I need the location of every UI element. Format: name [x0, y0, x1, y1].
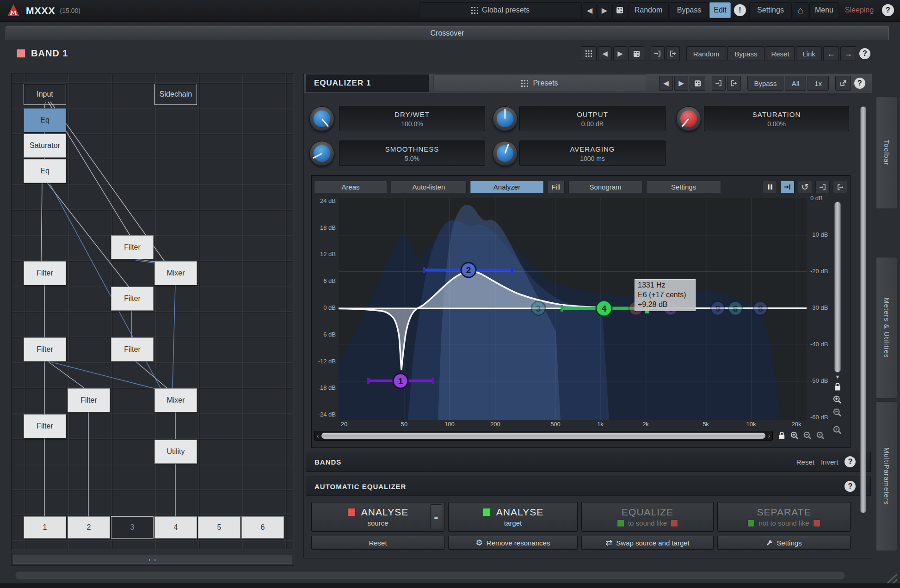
tab-auto-listen[interactable]: Auto-listen [391, 181, 467, 193]
bands-help-button[interactable]: ? [845, 456, 856, 467]
matrix-node-filter[interactable]: Filter [24, 414, 66, 438]
analyse-source-menu-button[interactable]: ≡ [430, 504, 442, 529]
matrix-output-2[interactable]: 2 [68, 516, 110, 539]
averaging-knob[interactable] [493, 141, 518, 166]
saturation-display[interactable]: SATURATION 0.00% [704, 106, 849, 131]
bypass-button[interactable]: Bypass [670, 2, 709, 18]
matrix-node-saturator[interactable]: Saturator [24, 134, 66, 158]
matrix-output-1[interactable]: 1 [24, 516, 66, 539]
vlock-button[interactable] [833, 382, 842, 392]
analyse-target-button[interactable]: ANALYSE target [448, 502, 578, 532]
band2-marker[interactable]: 2 [461, 263, 476, 277]
band-color-swatch[interactable] [17, 49, 25, 58]
analyse-source-button[interactable]: ANALYSE source ≡ [311, 502, 444, 532]
matrix-output-3[interactable]: 3 [111, 516, 154, 539]
preset-next-button[interactable]: ▶ [598, 2, 611, 18]
band-random-button[interactable]: Random [686, 46, 726, 61]
band-next-button[interactable]: ▶ [613, 46, 627, 61]
band3-marker[interactable]: 3 [531, 301, 545, 315]
band-presets-button[interactable] [581, 46, 597, 61]
eq-all-button[interactable]: All [785, 76, 806, 91]
eq-import-button[interactable] [712, 76, 726, 91]
scroll-right-icon[interactable]: › [766, 431, 772, 440]
plot-vscrollbar[interactable] [834, 202, 841, 373]
matrix-node-filter[interactable]: Filter [111, 287, 154, 311]
smoothness-knob[interactable] [309, 141, 334, 166]
band-back-button[interactable]: ← [823, 46, 839, 61]
eq-dice-button[interactable] [690, 76, 705, 91]
equalizer-title[interactable]: EQUALIZER 1 [306, 74, 429, 92]
matrix-node-filter[interactable]: Filter [68, 388, 110, 412]
auto-eq-section-header[interactable]: AUTOMATIC EQUALIZER ? ▴▾ [306, 477, 871, 496]
eq-popout-button[interactable] [835, 76, 851, 91]
vzoom-reset-button[interactable] [832, 425, 842, 435]
plot-hscroll-handle[interactable] [321, 433, 765, 439]
sidebar-tab-meters-utilities[interactable]: Meters & Utilities [876, 257, 897, 398]
hzoom-in-button[interactable] [790, 431, 799, 440]
matrix-node-mixer[interactable]: Mixer [154, 261, 197, 285]
eq-export-button[interactable] [727, 76, 741, 91]
matrix-output-6[interactable]: 6 [241, 516, 284, 539]
averaging-display[interactable]: AVERAGING 1000 ms [519, 141, 666, 166]
matrix-node-filter[interactable]: Filter [24, 261, 66, 285]
randomize-dice-button[interactable] [612, 2, 627, 18]
pause-button[interactable] [763, 181, 777, 193]
tab-analyzer[interactable]: Analyzer [470, 181, 543, 193]
edit-button[interactable]: Edit [709, 2, 731, 18]
window-hscroll-handle[interactable] [16, 572, 845, 579]
auto-eq-help-button[interactable]: ? [845, 481, 856, 492]
swap-source-target-button[interactable]: ⇄ Swap source and target [581, 536, 714, 550]
global-presets-button[interactable]: Global presets [419, 2, 582, 18]
sidebar-tab-toolbar[interactable]: Toolbar [876, 96, 897, 209]
bands-reset-button[interactable]: Reset [796, 458, 814, 466]
reset-view-button[interactable]: ↺ [798, 181, 812, 193]
random-button[interactable]: Random [628, 2, 669, 18]
eq-scale-button[interactable]: 1x [808, 76, 829, 91]
matrix-output-5[interactable]: 5 [198, 516, 240, 539]
band-link-button[interactable]: Link [796, 46, 822, 61]
scroll-down-icon[interactable]: ▼ [833, 374, 842, 380]
band-reset-button[interactable]: Reset [766, 46, 795, 61]
matrix-node-eq2[interactable]: Eq [24, 159, 66, 183]
drywet-knob[interactable] [309, 106, 334, 131]
band-bypass-button[interactable]: Bypass [727, 46, 764, 61]
window-hscrollbar[interactable] [14, 570, 846, 581]
band-import-button[interactable] [651, 46, 665, 61]
bands-invert-button[interactable]: Invert [821, 458, 838, 466]
band-help-button[interactable]: ? [857, 46, 872, 61]
menu-button[interactable]: Menu [809, 2, 839, 18]
alert-button[interactable]: ! [732, 2, 748, 18]
band-export-button[interactable] [666, 46, 680, 61]
tab-sonogram[interactable]: Sonogram [568, 181, 642, 193]
matrix-output-4[interactable]: 4 [154, 516, 197, 539]
settings-button[interactable]: Settings [749, 2, 792, 18]
matrix-node-filter[interactable]: Filter [111, 235, 154, 259]
output-knob[interactable] [493, 106, 518, 131]
plot-hscrollbar[interactable]: ‹ › [314, 431, 773, 441]
help-button[interactable]: ? [880, 2, 896, 18]
sleeping-indicator[interactable]: Sleeping [840, 2, 879, 18]
normalize-button[interactable] [780, 181, 795, 193]
output-display[interactable]: OUTPUT 0.00 dB [519, 106, 666, 131]
eq-help-button[interactable]: ? [852, 76, 867, 91]
hzoom-reset-button[interactable] [816, 431, 825, 440]
equalizer-presets-button[interactable]: Presets [433, 74, 646, 92]
hlock-button[interactable] [778, 431, 786, 440]
home-button[interactable]: ⌂ [793, 2, 808, 18]
band-dice-button[interactable] [629, 46, 644, 61]
band4-marker[interactable]: 4 [596, 300, 612, 316]
bands-section-header[interactable]: BANDS Reset Invert ? ▴▾ [306, 452, 871, 472]
band-forward-button[interactable]: → [840, 46, 856, 61]
matrix-node-filter[interactable]: Filter [24, 337, 66, 361]
matrix-node-filter[interactable]: Filter [111, 337, 154, 361]
band-prev-button[interactable]: ◀ [598, 46, 612, 61]
vzoom-out-button[interactable] [832, 408, 842, 417]
band1-marker[interactable]: 1 [393, 374, 408, 388]
matrix-node-eq-selected[interactable]: Eq [24, 108, 66, 132]
matrix-hscroll-handle[interactable]: ‹ › [13, 555, 292, 564]
eq-next-button[interactable]: ▶ [674, 76, 688, 91]
panel-vscrollbar[interactable] [860, 106, 866, 513]
auto-eq-settings-button[interactable]: Settings [717, 536, 851, 550]
matrix-node-utility[interactable]: Utility [154, 440, 197, 464]
preset-prev-button[interactable]: ◀ [583, 2, 597, 18]
